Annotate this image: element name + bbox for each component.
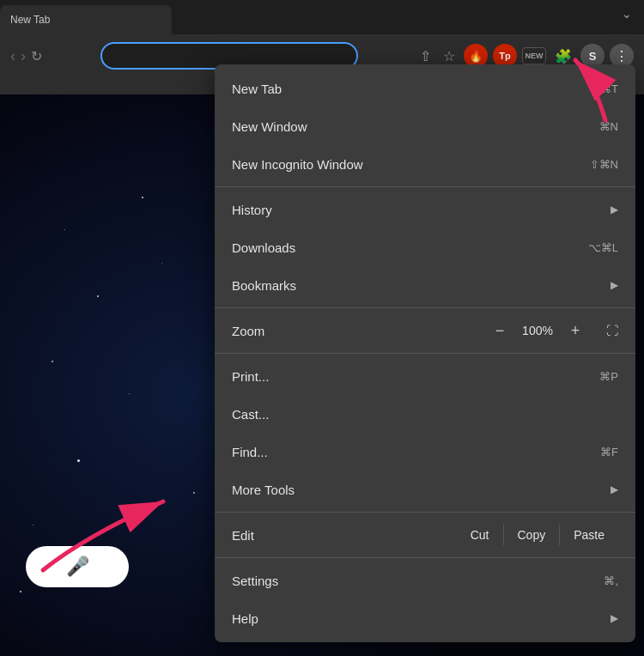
downloads-shortcut: ⌥⌘L xyxy=(588,241,618,254)
menu-item-new-incognito[interactable]: New Incognito Window ⇧⌘N xyxy=(215,145,635,183)
zoom-value: 100% xyxy=(520,324,555,337)
new-tab-label: New Tab xyxy=(232,82,600,96)
menu-item-downloads[interactable]: Downloads ⌥⌘L xyxy=(215,228,635,266)
extension-new[interactable]: NEW xyxy=(522,47,546,64)
new-window-label: New Window xyxy=(232,119,599,134)
menu-item-settings[interactable]: Settings ⌘, xyxy=(215,562,635,599)
edit-label: Edit xyxy=(232,528,457,543)
paste-button[interactable]: Paste xyxy=(559,525,618,545)
dots-icon: ⋮ xyxy=(615,48,629,64)
zoom-in-button[interactable]: + xyxy=(565,322,586,340)
zoom-row: Zoom − 100% + ⛶ xyxy=(215,312,635,349)
menu-item-help[interactable]: Help ▶ xyxy=(215,599,635,637)
more-tools-arrow-icon: ▶ xyxy=(611,483,618,495)
settings-shortcut: ⌘, xyxy=(604,574,618,587)
menu-item-print[interactable]: Print... ⌘P xyxy=(215,357,635,395)
settings-label: Settings xyxy=(232,574,604,588)
more-tools-label: More Tools xyxy=(232,483,604,497)
menu-item-bookmarks[interactable]: Bookmarks ▶ xyxy=(215,266,635,304)
refresh-icon[interactable]: ↻ xyxy=(31,48,42,64)
fullscreen-icon[interactable]: ⛶ xyxy=(606,324,618,337)
menu-item-cast[interactable]: Cast... xyxy=(215,395,635,433)
chevron-down-icon: ⌄ xyxy=(622,7,632,21)
divider-5 xyxy=(215,557,635,558)
zoom-controls: − 100% + ⛶ xyxy=(489,322,618,340)
divider-1 xyxy=(215,186,635,187)
print-label: Print... xyxy=(232,369,599,384)
print-shortcut: ⌘P xyxy=(599,370,618,383)
menu-item-find[interactable]: Find... ⌘F xyxy=(215,433,635,471)
new-incognito-label: New Incognito Window xyxy=(232,157,590,172)
bookmarks-arrow-icon: ▶ xyxy=(611,279,618,291)
mic-icon: 🎤 xyxy=(66,556,89,578)
new-tab-shortcut: ⌘T xyxy=(600,82,618,95)
menu-item-history[interactable]: History ▶ xyxy=(215,191,635,228)
find-shortcut: ⌘F xyxy=(600,446,618,459)
help-label: Help xyxy=(232,611,604,626)
zoom-out-button[interactable]: − xyxy=(489,322,510,340)
find-label: Find... xyxy=(232,445,600,459)
tab-label: New Tab xyxy=(10,14,50,26)
copy-button[interactable]: Copy xyxy=(503,525,560,545)
divider-4 xyxy=(215,512,635,513)
menu-item-new-window[interactable]: New Window ⌘N xyxy=(215,107,635,145)
cast-label: Cast... xyxy=(232,407,618,422)
zoom-label: Zoom xyxy=(232,324,335,338)
edit-actions: Cut Copy Paste xyxy=(457,525,618,545)
dropdown-menu: New Tab ⌘T New Window ⌘N New Incognito W… xyxy=(215,64,635,642)
downloads-label: Downloads xyxy=(232,240,588,255)
menu-item-new-tab[interactable]: New Tab ⌘T xyxy=(215,70,635,107)
new-window-shortcut: ⌘N xyxy=(599,120,618,133)
new-incognito-shortcut: ⇧⌘N xyxy=(590,158,618,171)
help-arrow-icon: ▶ xyxy=(611,612,618,624)
nav-buttons: ‹ › ↻ xyxy=(10,47,42,65)
divider-3 xyxy=(215,353,635,354)
forward-icon[interactable]: › xyxy=(21,47,26,65)
google-search-bar[interactable]: 🎤 xyxy=(26,546,129,587)
cut-button[interactable]: Cut xyxy=(457,525,503,545)
divider-2 xyxy=(215,307,635,308)
back-icon[interactable]: ‹ xyxy=(10,47,15,65)
bookmarks-label: Bookmarks xyxy=(232,278,604,293)
menu-item-more-tools[interactable]: More Tools ▶ xyxy=(215,471,635,508)
edit-row: Edit Cut Copy Paste xyxy=(215,516,635,554)
tab-bar: New Tab xyxy=(0,0,644,34)
active-tab[interactable]: New Tab xyxy=(0,5,172,34)
history-arrow-icon: ▶ xyxy=(611,203,618,216)
history-label: History xyxy=(232,203,604,217)
